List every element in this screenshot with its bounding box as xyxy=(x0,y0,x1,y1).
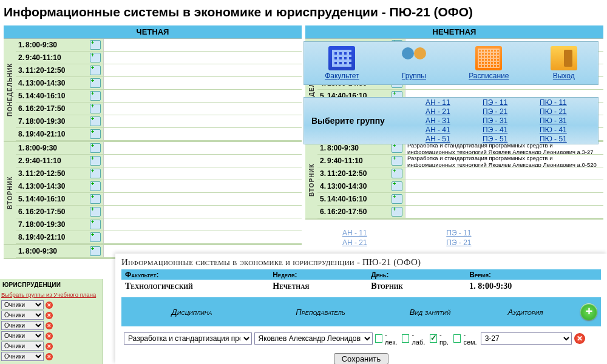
page-title: Информационные системы в экономике и юри… xyxy=(0,0,607,25)
lesson-cell[interactable] xyxy=(103,167,302,180)
even-header: ЧЕТНАЯ xyxy=(4,25,302,39)
calendar-icon[interactable] xyxy=(90,66,101,75)
slot-time: 13:00-14:30 xyxy=(24,182,89,190)
calendar-icon[interactable] xyxy=(90,246,101,256)
lesson-cell[interactable] xyxy=(405,206,603,218)
pick-groups-link[interactable]: Выбрать группы из Учебного плана xyxy=(1,291,101,298)
lesson-cell[interactable] xyxy=(103,180,302,192)
calendar-icon[interactable] xyxy=(90,78,101,88)
nav-panel: Факультет Группы Расписание Выход xyxy=(304,41,599,85)
chk-pr[interactable] xyxy=(430,334,437,343)
plan-delete-button[interactable]: ✕ xyxy=(46,343,53,350)
group-link[interactable]: ПЮ - 11 xyxy=(540,98,591,107)
plan-delete-button[interactable]: ✕ xyxy=(46,322,53,329)
nav-schedule[interactable]: Расписание xyxy=(469,46,509,80)
group-link[interactable]: ПЭ - 21 xyxy=(483,107,534,116)
calendar-icon[interactable] xyxy=(392,207,402,217)
calendar-icon[interactable] xyxy=(392,169,402,178)
daylabel-tue: ВТОРНИК xyxy=(4,142,16,244)
lesson-cell[interactable] xyxy=(103,103,302,115)
slot-num: 7. xyxy=(16,117,24,126)
calendar-icon[interactable] xyxy=(90,207,101,217)
calendar-icon[interactable] xyxy=(392,181,402,191)
plan-select[interactable]: Очники xyxy=(1,342,44,351)
calendar-icon[interactable] xyxy=(90,143,101,153)
lesson-cell[interactable] xyxy=(103,115,302,127)
lesson-cell[interactable] xyxy=(103,77,302,89)
group-link[interactable]: ПЭ - 41 xyxy=(483,126,534,135)
col-room: Аудитория xyxy=(478,308,573,317)
group-link[interactable]: АН - 51 xyxy=(426,135,476,144)
lesson-cell[interactable] xyxy=(405,193,603,205)
calendar-icon[interactable] xyxy=(90,220,101,229)
calendar-icon[interactable] xyxy=(392,194,402,204)
plan-delete-button[interactable]: ✕ xyxy=(46,332,53,340)
nav-groups[interactable]: Группы xyxy=(401,46,427,80)
plan-delete-button[interactable]: ✕ xyxy=(46,312,53,319)
calendar-icon[interactable] xyxy=(90,116,101,126)
lesson-cell[interactable] xyxy=(103,52,302,64)
plan-select[interactable]: Очники xyxy=(1,331,44,340)
teacher-select[interactable]: Яковлев Александр Леонидович xyxy=(254,332,373,345)
group-link-secondary[interactable]: ПЭ - 11 xyxy=(446,228,471,238)
calendar-icon[interactable] xyxy=(392,143,402,153)
group-link[interactable]: АН - 21 xyxy=(426,107,476,116)
group-link[interactable]: ПЮ - 31 xyxy=(540,116,591,126)
group-link[interactable]: АН - 31 xyxy=(426,116,476,126)
lesson-cell[interactable] xyxy=(103,90,302,102)
calendar-icon[interactable] xyxy=(90,91,101,101)
calendar-icon[interactable] xyxy=(90,53,101,62)
slot-num: 5. xyxy=(16,195,24,203)
group-link-secondary[interactable]: АН - 11 xyxy=(342,228,367,238)
slot-time: 13:00-14:30 xyxy=(24,79,89,87)
group-link[interactable]: ПЭ - 51 xyxy=(483,135,534,144)
room-select[interactable]: 3-27 xyxy=(481,332,572,345)
chk-lab[interactable] xyxy=(402,334,409,343)
lesson-cell[interactable] xyxy=(405,180,603,192)
save-button[interactable]: Сохранить xyxy=(334,353,389,364)
plan-delete-button[interactable]: ✕ xyxy=(46,302,53,309)
group-link[interactable]: ПЮ - 21 xyxy=(540,107,591,116)
plan-select[interactable]: Очники xyxy=(1,300,44,309)
lesson-cell[interactable] xyxy=(103,206,302,218)
plan-select[interactable]: Очники xyxy=(1,352,44,361)
calendar-icon[interactable] xyxy=(90,129,101,139)
plan-select[interactable]: Очники xyxy=(1,321,44,330)
nav-faculty[interactable]: Факультет xyxy=(325,46,359,80)
time-slot: 4. 13:00-14:30 xyxy=(16,180,302,193)
group-link[interactable]: ПЭ - 31 xyxy=(483,116,534,126)
calendar-icon[interactable] xyxy=(90,232,101,242)
delete-row-button[interactable]: ✕ xyxy=(574,333,585,344)
calendar-icon[interactable] xyxy=(90,40,101,50)
lesson-cell[interactable]: Разработка и стандартизация программных … xyxy=(405,155,603,167)
plan-select[interactable]: Очники xyxy=(1,311,44,320)
calendar-icon[interactable] xyxy=(90,194,101,204)
lesson-cell[interactable] xyxy=(103,64,302,76)
group-link[interactable]: АН - 41 xyxy=(426,126,476,135)
lesson-cell[interactable] xyxy=(103,193,302,205)
calendar-icon[interactable] xyxy=(90,181,101,191)
group-link-secondary[interactable]: АН - 21 xyxy=(342,238,367,248)
add-row-button[interactable]: + xyxy=(580,303,597,320)
lesson-cell[interactable] xyxy=(103,142,302,154)
chk-lec[interactable] xyxy=(375,334,382,343)
lesson-cell[interactable] xyxy=(405,167,603,180)
discipline-select[interactable]: Разработка и стандартизация прог xyxy=(124,332,252,345)
calendar-icon[interactable] xyxy=(392,156,402,166)
group-link-secondary[interactable]: ПЭ - 21 xyxy=(446,238,471,248)
lesson-cell[interactable] xyxy=(103,218,302,231)
nav-exit[interactable]: Выход xyxy=(551,46,577,80)
group-link[interactable]: АН - 11 xyxy=(426,98,476,107)
lesson-cell[interactable] xyxy=(103,128,302,140)
lesson-cell[interactable] xyxy=(103,231,302,243)
group-link[interactable]: ПЮ - 51 xyxy=(540,135,591,144)
calendar-icon[interactable] xyxy=(90,104,101,113)
calendar-icon[interactable] xyxy=(90,169,101,178)
lesson-cell[interactable] xyxy=(103,39,302,51)
plan-delete-button[interactable]: ✕ xyxy=(46,353,53,360)
group-link[interactable]: ПЭ - 11 xyxy=(483,98,534,107)
group-link[interactable]: ПЮ - 41 xyxy=(540,126,591,135)
chk-sem[interactable] xyxy=(453,334,461,343)
lesson-cell[interactable] xyxy=(103,155,302,167)
calendar-icon[interactable] xyxy=(90,156,101,166)
